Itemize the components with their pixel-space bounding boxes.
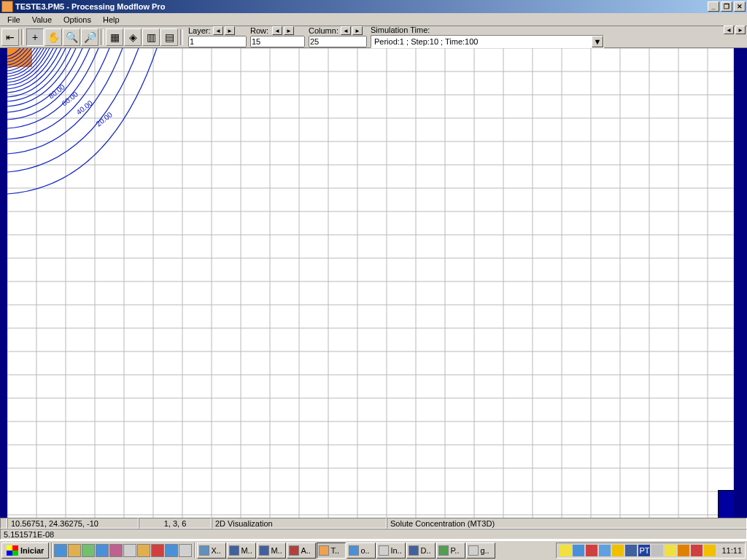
exit-button[interactable]: ⇤ xyxy=(1,28,19,46)
layer-prev-button[interactable]: ◄ xyxy=(213,26,223,35)
cursor-button[interactable]: + xyxy=(26,28,44,46)
status-parameter: Solute Concentration (MT3D) xyxy=(387,518,747,529)
task-button[interactable]: T.. xyxy=(317,542,346,559)
restore-button[interactable]: ❐ xyxy=(721,1,732,12)
simtime-next-button[interactable]: ► xyxy=(735,26,746,34)
row-next-button[interactable]: ► xyxy=(284,26,294,35)
tray-icon[interactable] xyxy=(612,545,624,556)
titlebar: TESTE3.PM5 - Processing Modflow Pro _ ❐ … xyxy=(0,0,747,13)
tray-icon[interactable] xyxy=(678,545,689,556)
toolbar: ⇤ + ✋ 🔍 🔎 ▦ ◈ ▥ ▤ Layer: ◄ ► Row: ◄ ► Co… xyxy=(0,26,747,48)
row-input[interactable] xyxy=(250,36,305,47)
task-app-icon xyxy=(379,545,389,556)
column-prev-button[interactable]: ◄ xyxy=(341,26,351,35)
status-cell-index: 1, 3, 6 xyxy=(139,518,212,529)
quicklaunch-icon[interactable] xyxy=(151,544,164,557)
language-label: PT xyxy=(639,546,649,555)
grid-full-button[interactable]: ▦ xyxy=(106,28,123,46)
grid-dense-icon: ▦ xyxy=(110,32,120,42)
tray-icon[interactable] xyxy=(651,545,663,556)
hand-icon: ✋ xyxy=(47,32,60,42)
simtime-dropdown-button[interactable]: ▼ xyxy=(592,36,603,47)
column-input[interactable] xyxy=(309,36,367,47)
tray-icon[interactable] xyxy=(625,545,637,556)
task-app-icon xyxy=(229,545,239,556)
row-prev-button[interactable]: ◄ xyxy=(272,26,282,35)
task-button[interactable]: o.. xyxy=(347,542,376,559)
language-indicator[interactable]: PT xyxy=(638,545,650,556)
task-button[interactable]: In.. xyxy=(376,542,406,559)
quicklaunch-icon[interactable] xyxy=(68,544,81,557)
taskbar-separator xyxy=(51,542,52,559)
task-label: T.. xyxy=(330,546,339,555)
task-button[interactable]: X.. xyxy=(197,542,226,559)
start-button[interactable]: Iniciar xyxy=(1,542,49,559)
tray-icon[interactable] xyxy=(704,545,716,556)
contour-label-20: 20.00 xyxy=(94,110,114,128)
grid-diag-button[interactable]: ◈ xyxy=(124,28,142,46)
simtime-prev-button[interactable]: ◄ xyxy=(724,26,734,34)
tray-icon[interactable] xyxy=(573,545,584,556)
plus-icon: + xyxy=(32,32,38,42)
grid-diag-icon: ◈ xyxy=(129,32,137,42)
menu-file[interactable]: File xyxy=(1,14,26,26)
task-label: X.. xyxy=(211,546,220,555)
task-app-icon xyxy=(438,545,449,556)
contour-lines xyxy=(7,48,157,194)
tray-icon[interactable] xyxy=(586,545,597,556)
model-grid-canvas[interactable]: 20.00 40.00 60.00 80.00 xyxy=(7,48,734,518)
grid-cols-button[interactable]: ▥ xyxy=(142,28,160,46)
zoom-in-button[interactable]: 🔍 xyxy=(63,28,80,46)
task-app-icon xyxy=(468,545,479,556)
quicklaunch-icon[interactable] xyxy=(179,544,192,557)
task-button[interactable]: D.. xyxy=(406,542,436,559)
contour-label-60: 60.00 xyxy=(60,90,80,107)
quicklaunch-icon[interactable] xyxy=(165,544,178,557)
menu-value[interactable]: Value xyxy=(26,14,58,26)
zoom-out-icon: 🔎 xyxy=(84,32,96,42)
tray-icon[interactable] xyxy=(691,545,703,556)
quicklaunch-icon[interactable] xyxy=(82,544,95,557)
grid-cols-icon: ▥ xyxy=(147,32,156,42)
windows-flag-icon xyxy=(7,545,18,556)
task-button[interactable]: A.. xyxy=(287,542,316,559)
quicklaunch-icon[interactable] xyxy=(137,544,150,557)
system-tray: PT 11:11 xyxy=(556,542,746,559)
layer-next-button[interactable]: ► xyxy=(225,26,235,35)
menu-help[interactable]: Help xyxy=(97,14,125,26)
task-button[interactable]: P.. xyxy=(436,542,465,559)
quicklaunch-icon[interactable] xyxy=(96,544,109,557)
simtime-combo[interactable]: Period:1 ; Step:10 ; Time:100 ▼ xyxy=(371,35,604,48)
quicklaunch-icon[interactable] xyxy=(109,544,123,557)
layer-input[interactable] xyxy=(188,36,247,47)
contour-label-40: 40.00 xyxy=(74,98,94,116)
minimize-button[interactable]: _ xyxy=(708,1,719,12)
task-button[interactable]: g.. xyxy=(466,542,495,559)
status-value: 5.151571E-08 xyxy=(0,529,747,540)
app-icon xyxy=(1,1,13,12)
column-next-button[interactable]: ► xyxy=(352,26,363,35)
quicklaunch-icon[interactable] xyxy=(123,544,136,557)
taskbar-clock[interactable]: 11:11 xyxy=(717,546,742,555)
task-label: In.. xyxy=(390,546,401,555)
pan-button[interactable]: ✋ xyxy=(44,28,62,46)
tray-icon[interactable] xyxy=(599,545,611,556)
grid-cells-button[interactable]: ▤ xyxy=(160,28,178,46)
zoom-out-button[interactable]: 🔎 xyxy=(81,28,98,46)
task-button[interactable]: M.. xyxy=(227,542,256,559)
window-controls: _ ❐ ✕ xyxy=(706,1,746,12)
toolbar-separator xyxy=(21,29,24,45)
close-button[interactable]: ✕ xyxy=(734,1,746,12)
tray-icon[interactable] xyxy=(665,545,676,556)
status-coords: 10.56751, 24.36275, -10 xyxy=(7,518,139,529)
tray-icon[interactable] xyxy=(560,545,571,556)
task-button[interactable]: M.. xyxy=(257,542,286,559)
menu-options[interactable]: Options xyxy=(58,14,97,26)
task-app-icon xyxy=(319,545,329,556)
taskbar-separator xyxy=(194,542,195,559)
grid-svg: 20.00 40.00 60.00 80.00 xyxy=(7,48,734,518)
door-arrow-icon: ⇤ xyxy=(6,32,15,42)
grid-cells-icon: ▤ xyxy=(165,32,174,42)
bottom-right-marker xyxy=(718,490,734,518)
quicklaunch-icon[interactable] xyxy=(54,544,67,557)
